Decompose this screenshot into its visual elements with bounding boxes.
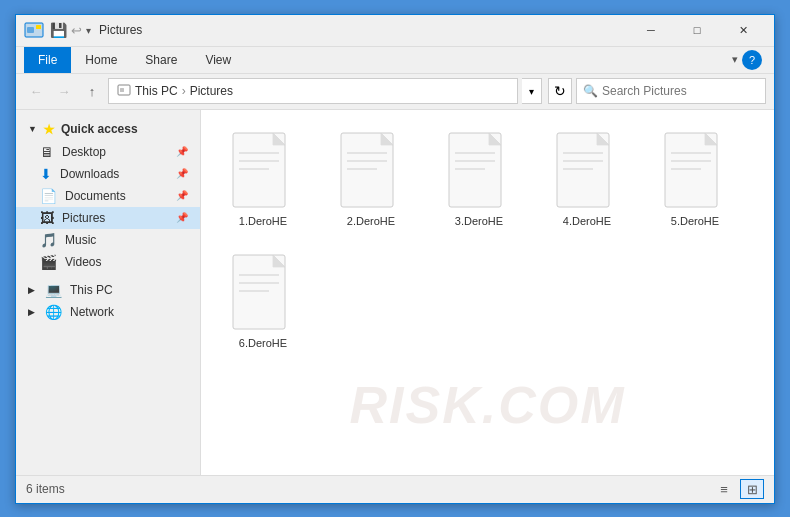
search-input[interactable]	[602, 84, 759, 98]
main-content: ▼ ★ Quick access 🖥 Desktop 📌 ⬇ Downloads…	[16, 110, 774, 475]
tab-view[interactable]: View	[191, 47, 245, 73]
title-bar: 💾 ↩ ▾ Pictures ─ □ ✕	[16, 15, 774, 47]
quick-access-toolbar: 💾 ↩ ▾	[50, 22, 91, 38]
documents-icon: 📄	[40, 188, 57, 204]
file-item[interactable]: 5.DeroHE	[645, 122, 745, 236]
collapse-this-pc-icon: ▶	[28, 285, 35, 295]
minimize-button[interactable]: ─	[628, 14, 674, 46]
file-name-0: 1.DeroHE	[239, 215, 287, 227]
videos-icon: 🎬	[40, 254, 57, 270]
sidebar-quick-access-label: Quick access	[61, 122, 138, 136]
file-icon-4	[659, 131, 731, 211]
tab-file[interactable]: File	[24, 47, 71, 73]
pin-icon-documents: 📌	[176, 190, 188, 201]
close-button[interactable]: ✕	[720, 14, 766, 46]
files-grid: 1.DeroHE 2.DeroHE	[213, 122, 762, 358]
view-controls: ≡ ⊞	[712, 479, 764, 499]
sidebar-item-music[interactable]: 🎵 Music	[16, 229, 200, 251]
file-name-3: 4.DeroHE	[563, 215, 611, 227]
address-dropdown-button[interactable]: ▾	[522, 78, 542, 104]
sidebar-item-downloads[interactable]: ⬇ Downloads 📌	[16, 163, 200, 185]
refresh-button[interactable]: ↻	[548, 78, 572, 104]
sidebar-this-pc-label: This PC	[70, 283, 113, 297]
file-item[interactable]: 2.DeroHE	[321, 122, 421, 236]
sidebar-pictures-label: Pictures	[62, 211, 105, 225]
search-box[interactable]: 🔍	[576, 78, 766, 104]
this-pc-icon: 💻	[45, 282, 62, 298]
sidebar-item-pictures[interactable]: 🖼 Pictures 📌	[16, 207, 200, 229]
help-button[interactable]: ?	[742, 50, 762, 70]
sidebar-documents-label: Documents	[65, 189, 126, 203]
pin-icon-pictures: 📌	[176, 212, 188, 223]
ribbon-collapse-icon[interactable]: ▾	[732, 53, 738, 66]
pictures-icon: 🖼	[40, 210, 54, 226]
maximize-button[interactable]: □	[674, 14, 720, 46]
window-title: Pictures	[99, 23, 628, 37]
file-name-5: 6.DeroHE	[239, 337, 287, 349]
ribbon-tab-list: File Home Share View ▾ ?	[16, 47, 774, 73]
file-item[interactable]: 1.DeroHE	[213, 122, 313, 236]
tab-share[interactable]: Share	[131, 47, 191, 73]
music-icon: 🎵	[40, 232, 57, 248]
pin-icon-downloads: 📌	[176, 168, 188, 179]
file-icon-2	[443, 131, 515, 211]
sidebar-desktop-label: Desktop	[62, 145, 106, 159]
back-button[interactable]: ←	[24, 79, 48, 103]
search-icon: 🔍	[583, 84, 598, 98]
list-view-button[interactable]: ≡	[712, 479, 736, 499]
file-name-2: 3.DeroHE	[455, 215, 503, 227]
ribbon: File Home Share View ▾ ?	[16, 47, 774, 74]
sidebar-item-this-pc[interactable]: ▶ 💻 This PC	[16, 279, 200, 301]
window-icon	[24, 20, 44, 40]
svg-rect-2	[27, 27, 34, 33]
svg-rect-3	[36, 25, 41, 29]
sidebar-item-desktop[interactable]: 🖥 Desktop 📌	[16, 141, 200, 163]
sidebar: ▼ ★ Quick access 🖥 Desktop 📌 ⬇ Downloads…	[16, 110, 201, 475]
sidebar-quick-access-header[interactable]: ▼ ★ Quick access	[16, 118, 200, 141]
file-icon-3	[551, 131, 623, 211]
undo-icon[interactable]: ↩	[71, 23, 82, 38]
explorer-window: 💾 ↩ ▾ Pictures ─ □ ✕ File Home Share Vie…	[15, 14, 775, 504]
quick-access-collapse-icon: ▼	[28, 124, 37, 134]
downloads-icon: ⬇	[40, 166, 52, 182]
sidebar-item-documents[interactable]: 📄 Documents 📌	[16, 185, 200, 207]
file-icon-1	[335, 131, 407, 211]
large-icons-view-button[interactable]: ⊞	[740, 479, 764, 499]
file-icon-5	[227, 253, 299, 333]
up-button[interactable]: ↑	[80, 79, 104, 103]
sidebar-network-label: Network	[70, 305, 114, 319]
breadcrumb-pictures[interactable]: Pictures	[190, 84, 233, 98]
breadcrumb-icon	[117, 83, 131, 100]
desktop-icon: 🖥	[40, 144, 54, 160]
sidebar-item-videos[interactable]: 🎬 Videos	[16, 251, 200, 273]
quick-access-dropdown-icon[interactable]: ▾	[86, 25, 91, 36]
file-area: RISK.COM 1.DeroHE	[201, 110, 774, 475]
collapse-network-icon: ▶	[28, 307, 35, 317]
item-count: 6 items	[26, 482, 65, 496]
status-bar: 6 items ≡ ⊞	[16, 475, 774, 503]
breadcrumb-this-pc[interactable]: This PC	[135, 84, 178, 98]
tab-home[interactable]: Home	[71, 47, 131, 73]
quick-access-star-icon: ★	[43, 122, 55, 137]
address-bar: ← → ↑ This PC › Pictures ▾ ↻ 🔍	[16, 74, 774, 110]
sidebar-music-label: Music	[65, 233, 96, 247]
file-icon-0	[227, 131, 299, 211]
address-path[interactable]: This PC › Pictures	[108, 78, 518, 104]
sidebar-item-network[interactable]: ▶ 🌐 Network	[16, 301, 200, 323]
watermark: RISK.COM	[350, 375, 626, 435]
save-icon[interactable]: 💾	[50, 22, 67, 38]
pin-icon: 📌	[176, 146, 188, 157]
sidebar-videos-label: Videos	[65, 255, 101, 269]
sidebar-downloads-label: Downloads	[60, 167, 119, 181]
window-controls: ─ □ ✕	[628, 14, 766, 46]
file-item[interactable]: 3.DeroHE	[429, 122, 529, 236]
file-name-4: 5.DeroHE	[671, 215, 719, 227]
file-item[interactable]: 6.DeroHE	[213, 244, 313, 358]
svg-rect-5	[120, 88, 124, 92]
file-item[interactable]: 4.DeroHE	[537, 122, 637, 236]
network-icon: 🌐	[45, 304, 62, 320]
file-name-1: 2.DeroHE	[347, 215, 395, 227]
forward-button[interactable]: →	[52, 79, 76, 103]
